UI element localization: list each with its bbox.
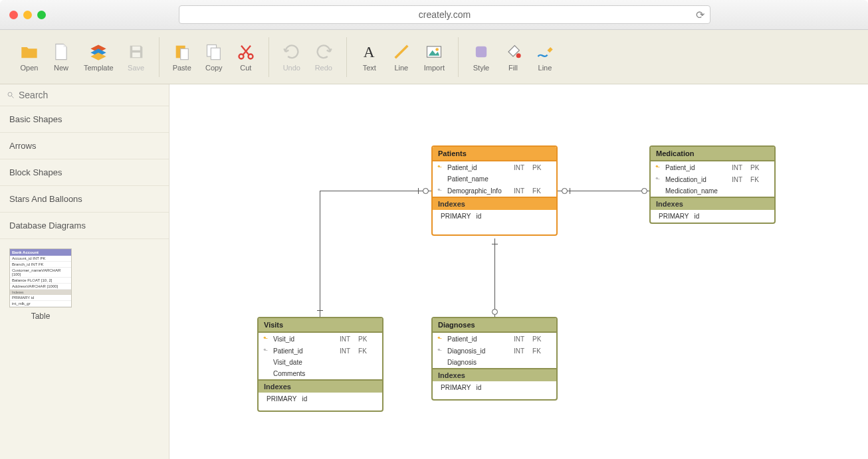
connector[interactable] [494, 238, 495, 317]
connector-bar-icon [317, 310, 323, 311]
table-field: Patient_name [433, 173, 556, 185]
paste-button[interactable]: Paste [169, 41, 195, 73]
redo-button[interactable]: Redo [310, 41, 337, 73]
close-window-button[interactable] [9, 11, 18, 19]
indexes-header: Indexes [433, 368, 556, 381]
fill-button[interactable]: Fill [500, 41, 526, 73]
window-controls [9, 11, 46, 19]
style-button[interactable]: Style [468, 41, 494, 73]
reload-icon[interactable]: ⟳ [696, 9, 705, 21]
key-icon [437, 163, 443, 171]
toolbar: Open New Template Save Paste Copy Cut [0, 30, 868, 84]
palette-table-shape[interactable]: Bank Account Account_id INT PK Branch_id… [9, 248, 72, 321]
line-icon [392, 43, 411, 61]
sidebar-item-arrows[interactable]: Arrows [0, 133, 169, 159]
key-icon [655, 163, 661, 171]
import-button[interactable]: Import [420, 41, 449, 73]
svg-rect-13 [476, 46, 487, 56]
copy-icon [205, 43, 223, 61]
sidebar-item-stars-balloons[interactable]: Stars And Balloons [0, 186, 169, 213]
svg-rect-3 [180, 48, 188, 59]
palette-thumb: Bank Account Account_id INT PK Branch_id… [9, 248, 72, 308]
maximize-window-button[interactable] [37, 11, 46, 19]
shape-palette: Bank Account Account_id INT PK Branch_id… [0, 239, 169, 330]
indexes-header: Indexes [259, 379, 382, 393]
paste-icon [173, 43, 191, 61]
table-title: Visits [259, 318, 382, 333]
browser-chrome: creately.com ⟳ [0, 0, 868, 30]
sidebar-search[interactable] [0, 84, 169, 106]
image-icon [425, 43, 443, 61]
table-field: Visit_date [259, 357, 382, 368]
copy-button[interactable]: Copy [201, 41, 227, 73]
connector-end-icon [641, 188, 647, 194]
svg-rect-28 [265, 350, 267, 351]
table-field: Diagnosis_idINTFK [433, 345, 556, 357]
svg-rect-26 [265, 338, 267, 339]
search-input[interactable] [19, 90, 162, 100]
text-tool-button[interactable]: A Text [356, 41, 383, 73]
table-field: Medication_idINTFK [651, 173, 774, 185]
new-button[interactable]: New [48, 41, 74, 73]
line-tool-button[interactable]: Line [388, 41, 415, 73]
svg-point-12 [436, 48, 439, 51]
table-field: Patient_idINTPK [433, 333, 556, 345]
index-row: PRIMARY id [433, 210, 556, 223]
url-text: creately.com [419, 9, 471, 20]
cut-button[interactable]: Cut [233, 41, 259, 73]
canvas[interactable]: Patients Patient_idINTPK Patient_name De… [169, 84, 868, 459]
minimize-window-button[interactable] [23, 11, 32, 19]
table-visits[interactable]: Visits Visit_idINTPK Patient_idINTFK Vis… [257, 317, 383, 412]
style-icon [472, 43, 490, 61]
table-title: Medication [651, 147, 774, 161]
connector-end-icon [492, 309, 498, 315]
save-button[interactable]: Save [123, 41, 150, 73]
connector-end-icon [423, 188, 429, 194]
svg-rect-1 [132, 52, 140, 57]
sidebar-item-database-diagrams[interactable]: Database Diagrams [0, 213, 169, 239]
file-icon [52, 43, 70, 61]
sidebar-item-basic-shapes[interactable]: Basic Shapes [0, 106, 169, 133]
redo-icon [314, 43, 333, 61]
connector-bar-icon [492, 244, 498, 244]
sidebar-item-block-shapes[interactable]: Block Shapes [0, 159, 169, 186]
main: Basic Shapes Arrows Block Shapes Stars A… [0, 84, 868, 459]
table-diagnoses[interactable]: Diagnoses Patient_idINTPK Diagnosis_idIN… [431, 317, 558, 401]
line-style-button[interactable]: Line [532, 41, 558, 73]
table-field: Patient_idINTFK [259, 345, 382, 357]
key-icon [263, 347, 269, 355]
svg-point-14 [516, 53, 521, 58]
open-button[interactable]: Open [16, 41, 43, 73]
template-button[interactable]: Template [80, 41, 118, 73]
save-icon [127, 43, 146, 61]
key-icon [437, 187, 443, 195]
svg-point-15 [8, 92, 12, 96]
url-bar[interactable]: creately.com ⟳ [179, 5, 710, 24]
search-icon [7, 91, 15, 99]
svg-rect-22 [657, 167, 659, 167]
scissors-icon [237, 43, 255, 61]
index-row: PRIMARY id [259, 393, 382, 405]
table-field: Diagnosis [433, 357, 556, 368]
svg-text:A: A [363, 43, 374, 60]
connector-end-icon [562, 188, 568, 194]
table-patients[interactable]: Patients Patient_idINTPK Patient_name De… [431, 145, 558, 236]
key-icon [437, 335, 443, 343]
table-field: Visit_idINTPK [259, 333, 382, 345]
connector-bar-icon [570, 188, 570, 194]
svg-rect-18 [439, 167, 441, 167]
connector[interactable] [320, 191, 320, 317]
template-icon [89, 43, 108, 61]
table-medication[interactable]: Medication Patient_idINTPK Medication_id… [649, 145, 776, 224]
connector[interactable] [558, 191, 649, 191]
table-field: Patient_idINTPK [433, 161, 556, 173]
index-row: PRIMARY id [433, 381, 556, 394]
connector[interactable] [320, 191, 431, 191]
undo-button[interactable]: Undo [278, 41, 305, 73]
svg-rect-20 [439, 190, 441, 191]
svg-rect-30 [439, 338, 441, 339]
table-field: Comments [259, 368, 382, 379]
indexes-header: Indexes [651, 197, 774, 210]
text-icon: A [360, 43, 379, 61]
table-title: Diagnoses [433, 318, 556, 333]
